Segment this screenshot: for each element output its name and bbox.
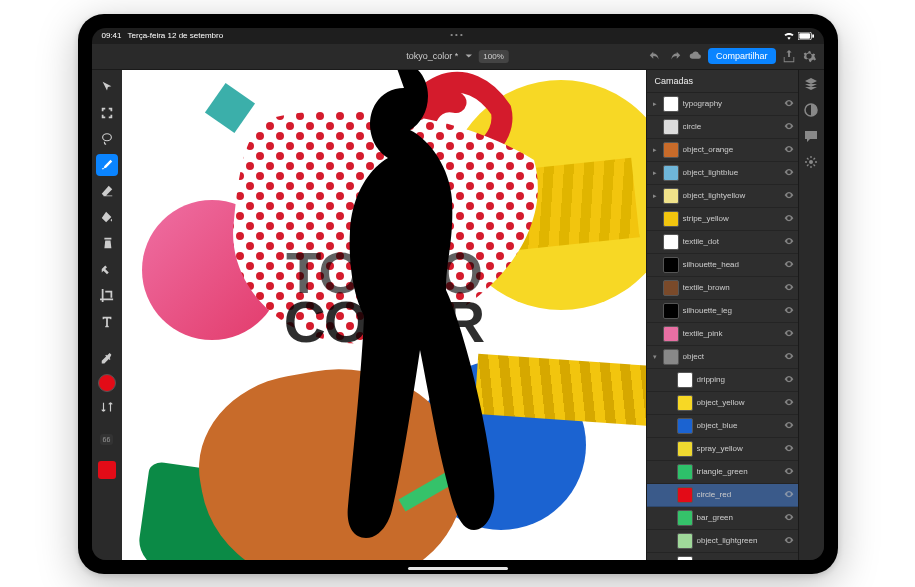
layer-visibility-icon[interactable] [784,558,794,560]
layer-visibility-icon[interactable] [784,512,794,524]
tools-toolbar: 66 [92,70,122,560]
clone-tool[interactable] [96,232,118,254]
layer-expand-arrow[interactable]: ▸ [651,146,659,154]
adjustments-rail-icon[interactable] [803,102,819,118]
layer-visibility-icon[interactable] [784,167,794,179]
layer-row[interactable]: bar_green [647,507,798,530]
transform-tool[interactable] [96,102,118,124]
layer-visibility-icon[interactable] [784,190,794,202]
layer-visibility-icon[interactable] [784,489,794,501]
layer-name-label: textile_pink [683,329,780,338]
layer-row[interactable]: textile_dot [647,231,798,254]
cloud-icon[interactable] [688,49,702,63]
layer-visibility-icon[interactable] [784,328,794,340]
settings-icon[interactable] [802,49,816,63]
layer-row[interactable]: background [647,553,798,560]
layer-visibility-icon[interactable] [784,305,794,317]
undo-button[interactable] [648,49,662,63]
layer-visibility-icon[interactable] [784,351,794,363]
redo-button[interactable] [668,49,682,63]
layer-visibility-icon[interactable] [784,213,794,225]
layer-name-label: background [697,559,780,560]
layer-visibility-icon[interactable] [784,397,794,409]
layer-row[interactable]: circle [647,116,798,139]
layer-row[interactable]: ▸object_lightyellow [647,185,798,208]
crop-tool[interactable] [96,284,118,306]
layer-expand-arrow[interactable]: ▸ [651,100,659,108]
layer-name-label: silhouette_leg [683,306,780,315]
status-date: Terça-feira 12 de setembro [128,31,224,40]
layer-visibility-icon[interactable] [784,236,794,248]
layer-row[interactable]: ▾object [647,346,798,369]
fill-tool[interactable] [96,206,118,228]
color-swatch[interactable] [98,461,116,479]
layer-expand-arrow[interactable]: ▸ [651,169,659,177]
layer-visibility-icon[interactable] [784,466,794,478]
layer-row[interactable]: dripping [647,369,798,392]
layer-visibility-icon[interactable] [784,259,794,271]
layer-thumbnail [663,188,679,204]
share-button[interactable]: Compartilhar [708,48,776,64]
multitask-handle-icon[interactable]: ••• [450,30,464,39]
lasso-tool[interactable] [96,128,118,150]
layer-thumbnail [677,418,693,434]
layer-row[interactable]: textile_brown [647,277,798,300]
chevron-down-icon[interactable] [464,52,472,60]
layer-thumbnail [663,211,679,227]
move-tool[interactable] [96,76,118,98]
artboard[interactable]: TOKYO COLOR [122,70,646,560]
layer-visibility-icon[interactable] [784,443,794,455]
layer-row[interactable]: silhouette_head [647,254,798,277]
layer-thumbnail [663,257,679,273]
layer-expand-arrow[interactable]: ▾ [651,353,659,361]
layer-expand-arrow[interactable]: ▸ [651,192,659,200]
layer-row[interactable]: silhouette_leg [647,300,798,323]
document-title[interactable]: tokyo_color * [406,51,458,61]
layer-name-label: object_lightblue [683,168,780,177]
layer-row[interactable]: spray_yellow [647,438,798,461]
battery-icon [798,32,814,40]
layer-name-label: object_lightyellow [683,191,780,200]
comments-rail-icon[interactable] [803,128,819,144]
layer-row[interactable]: circle_red [647,484,798,507]
properties-rail-icon[interactable] [803,154,819,170]
foreground-color[interactable] [98,374,116,392]
layer-thumbnail [677,556,693,560]
canvas-area[interactable]: TOKYO COLOR [122,70,646,560]
brush-size-indicator[interactable]: 66 [100,434,114,445]
layer-row[interactable]: textile_pink [647,323,798,346]
layer-name-label: object_orange [683,145,780,154]
heal-tool[interactable] [96,258,118,280]
layer-row[interactable]: stripe_yellow [647,208,798,231]
layers-rail-icon[interactable] [803,76,819,92]
app-titlebar: tokyo_color * 100% Compartilhar [92,44,824,70]
ipad-device-frame: 09:41 Terça-feira 12 de setembro ••• tok… [78,14,838,574]
layer-row[interactable]: triangle_green [647,461,798,484]
eraser-tool[interactable] [96,180,118,202]
status-icons [784,32,814,40]
layer-row[interactable]: object_yellow [647,392,798,415]
eyedropper-tool[interactable] [96,348,118,370]
layer-row[interactable]: ▸typography [647,93,798,116]
layer-visibility-icon[interactable] [784,144,794,156]
layer-visibility-icon[interactable] [784,98,794,110]
zoom-level[interactable]: 100% [478,50,508,63]
brush-tool[interactable] [96,154,118,176]
layer-visibility-icon[interactable] [784,121,794,133]
layer-visibility-icon[interactable] [784,282,794,294]
layer-visibility-icon[interactable] [784,535,794,547]
layer-row[interactable]: ▸object_orange [647,139,798,162]
layer-visibility-icon[interactable] [784,374,794,386]
layer-thumbnail [677,464,693,480]
layer-row[interactable]: ▸object_lightblue [647,162,798,185]
export-icon[interactable] [782,49,796,63]
swap-colors-icon[interactable] [96,396,118,418]
type-tool[interactable] [96,310,118,332]
wifi-icon [784,32,794,40]
layer-thumbnail [663,165,679,181]
layer-visibility-icon[interactable] [784,420,794,432]
right-panels: Camadas ▸typographycircle▸object_orange▸… [646,70,824,560]
layer-row[interactable]: object_blue [647,415,798,438]
layer-thumbnail [677,533,693,549]
layer-row[interactable]: object_lightgreen [647,530,798,553]
